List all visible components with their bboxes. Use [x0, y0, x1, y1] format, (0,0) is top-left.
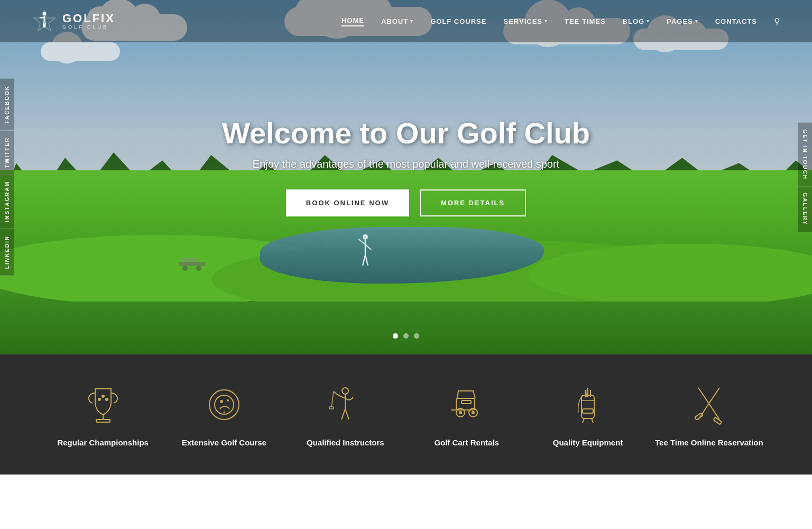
golfer-swing-icon — [321, 381, 369, 428]
svg-line-48 — [583, 418, 584, 423]
nav-contacts[interactable]: CONTACTS — [715, 17, 757, 25]
main-header: GOLFIX GOLF CLUB HOME ABOUT ▾ GOLF COURS… — [0, 0, 812, 42]
brand-name: GOLFIX — [62, 13, 115, 24]
dot-1[interactable] — [393, 333, 398, 339]
nav-tee-times[interactable]: TEE TIMES — [565, 17, 606, 25]
social-facebook[interactable]: Facebook — [0, 79, 14, 131]
hero-title: Welcome to Our Golf Club — [168, 117, 644, 150]
svg-point-12 — [196, 266, 201, 271]
hero-buttons: BOOK ONLINE NOW MORE DETAILS — [168, 189, 644, 216]
social-twitter[interactable]: Twitter — [0, 131, 14, 175]
svg-rect-16 — [40, 17, 45, 19]
more-details-button[interactable]: MORE DETAILS — [420, 189, 526, 216]
social-linkedin[interactable]: LinkedIn — [0, 229, 14, 276]
svg-point-22 — [105, 398, 108, 401]
dot-2[interactable] — [403, 333, 409, 339]
golf-bag-icon — [564, 381, 612, 428]
hero-section: Facebook Twitter Instagram LinkedIn Get … — [0, 0, 812, 354]
logo-icon — [32, 8, 57, 34]
hero-content: Welcome to Our Golf Club Enjoy the advan… — [168, 117, 644, 216]
feature-tee-time: Tee Time Online Reservation — [649, 381, 770, 448]
svg-point-28 — [223, 412, 225, 413]
golf-cart-icon — [443, 381, 491, 428]
brand-sub: GOLF CLUB — [62, 24, 115, 30]
svg-point-14 — [43, 12, 47, 16]
book-online-button[interactable]: BOOK ONLINE NOW — [286, 189, 409, 216]
svg-rect-53 — [714, 417, 722, 425]
svg-rect-34 — [329, 407, 334, 409]
golf-cart-figure — [179, 252, 205, 273]
about-chevron: ▾ — [410, 19, 413, 24]
feature-instructors: Qualified Instructors — [285, 381, 406, 448]
hero-subtitle: Enjoy the advantages of the most popular… — [168, 158, 644, 170]
svg-rect-42 — [582, 395, 594, 418]
features-section: Regular Championships Extensive Golf Cou… — [0, 354, 812, 475]
feature-golf-course-label: Extensive Golf Course — [182, 437, 266, 448]
svg-line-46 — [587, 388, 587, 397]
svg-line-7 — [363, 255, 365, 266]
svg-point-27 — [227, 399, 229, 402]
svg-rect-10 — [179, 262, 205, 266]
nav-home[interactable]: HOME — [342, 16, 364, 26]
svg-point-26 — [220, 400, 223, 403]
nav-about[interactable]: ABOUT ▾ — [381, 17, 413, 25]
side-right: Get in Touch Gallery — [798, 123, 812, 232]
feature-instructors-label: Qualified Instructors — [307, 437, 384, 448]
svg-line-5 — [358, 239, 365, 244]
svg-rect-18 — [44, 22, 46, 28]
svg-rect-47 — [583, 409, 593, 413]
svg-point-11 — [182, 266, 188, 271]
feature-cart-rentals: Golf Cart Rentals — [406, 381, 527, 448]
svg-point-23 — [102, 395, 105, 398]
svg-point-3 — [363, 234, 368, 240]
search-icon[interactable]: ⚲ — [774, 16, 780, 26]
side-gallery[interactable]: Gallery — [798, 186, 812, 232]
golf-hole-icon — [200, 381, 248, 428]
trophy-icon — [79, 381, 127, 428]
feature-tee-time-label: Tee Time Online Reservation — [655, 437, 763, 448]
svg-rect-15 — [44, 16, 45, 22]
svg-line-49 — [592, 418, 593, 423]
svg-rect-40 — [462, 400, 471, 404]
svg-line-33 — [331, 391, 334, 407]
feature-championships: Regular Championships — [42, 381, 163, 448]
main-nav: HOME ABOUT ▾ GOLF COURSE SERVICES ▾ TEE … — [342, 16, 780, 26]
side-social: Facebook Twitter Instagram LinkedIn — [0, 79, 14, 276]
svg-line-8 — [365, 255, 368, 266]
pages-chevron: ▾ — [695, 19, 698, 24]
svg-point-39 — [472, 411, 475, 414]
feature-golf-course: Extensive Golf Course — [163, 381, 284, 448]
cloud-5 — [41, 42, 120, 61]
svg-point-38 — [459, 411, 462, 414]
feature-equipment: Quality Equipment — [527, 381, 648, 448]
svg-line-6 — [365, 244, 371, 250]
feature-equipment-label: Quality Equipment — [553, 437, 623, 448]
svg-rect-20 — [96, 419, 110, 422]
dot-3[interactable] — [414, 333, 419, 339]
svg-point-24 — [209, 390, 239, 419]
feature-cart-rentals-label: Golf Cart Rentals — [434, 437, 499, 448]
nav-services[interactable]: SERVICES ▾ — [503, 17, 548, 25]
svg-line-31 — [342, 409, 345, 419]
feature-championships-label: Regular Championships — [57, 437, 149, 448]
nav-golf-course[interactable]: GOLF COURSE — [430, 17, 486, 25]
slider-dots — [393, 333, 419, 339]
services-chevron: ▾ — [545, 19, 548, 24]
blog-chevron: ▾ — [647, 19, 650, 24]
svg-point-21 — [98, 398, 101, 401]
nav-pages[interactable]: PAGES ▾ — [667, 17, 698, 25]
social-instagram[interactable]: Instagram — [0, 175, 14, 229]
side-get-in-touch[interactable]: Get in Touch — [798, 123, 812, 186]
logo: GOLFIX GOLF CLUB — [32, 8, 115, 34]
crossed-clubs-icon — [685, 381, 733, 428]
svg-point-29 — [342, 388, 348, 394]
svg-line-32 — [345, 409, 349, 419]
golfer-figure — [357, 234, 373, 273]
nav-blog[interactable]: BLOG ▾ — [623, 17, 650, 25]
